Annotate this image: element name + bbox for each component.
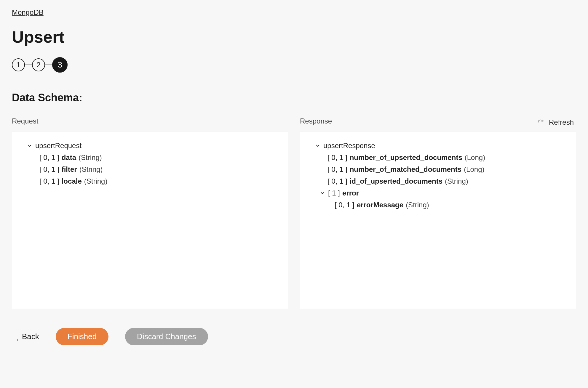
field-type: (Long) xyxy=(465,153,485,162)
cardinality: [ 0, 1 ] xyxy=(327,177,347,185)
request-label: Request xyxy=(12,117,288,125)
field-name: id_of_upserted_documents xyxy=(350,177,442,185)
field-type: (String) xyxy=(79,153,102,162)
back-button[interactable]: Back xyxy=(12,332,39,341)
footer-actions: Back Finished Discard Changes xyxy=(12,328,576,345)
finished-button[interactable]: Finished xyxy=(56,328,108,345)
tree-leaf: [ 0, 1 ] data (String) xyxy=(39,152,274,163)
tree-node-root[interactable]: upsertResponse xyxy=(314,140,562,152)
tree-node-label: upsertRequest xyxy=(35,142,82,150)
cardinality: [ 0, 1 ] xyxy=(39,165,59,174)
field-name: locale xyxy=(62,177,82,185)
breadcrumb-link[interactable]: MongoDB xyxy=(12,8,44,17)
tree-leaf: [ 0, 1 ] number_of_matched_documents (Lo… xyxy=(327,163,562,175)
tree-children: [ 0, 1 ] data (String) [ 0, 1 ] filter (… xyxy=(39,152,274,187)
field-type: (String) xyxy=(79,165,103,174)
tree-leaf: [ 0, 1 ] locale (String) xyxy=(39,175,274,187)
step-2[interactable]: 2 xyxy=(32,58,45,71)
response-label: Response xyxy=(300,117,576,125)
back-label: Back xyxy=(22,332,39,341)
tree-leaf: [ 0, 1 ] number_of_upserted_documents (L… xyxy=(327,152,562,163)
page-title: Upsert xyxy=(12,27,576,47)
section-title: Data Schema: xyxy=(12,92,576,104)
stepper: 1 2 3 xyxy=(12,57,576,73)
tree-node-label: upsertResponse xyxy=(323,142,375,150)
cardinality: [ 0, 1 ] xyxy=(335,201,354,209)
cardinality: [ 0, 1 ] xyxy=(39,153,59,162)
field-name: data xyxy=(62,153,76,162)
tree-node-error[interactable]: [ 1 ] error xyxy=(319,187,562,199)
step-1[interactable]: 1 xyxy=(12,58,25,71)
chevron-down-icon xyxy=(319,190,326,196)
tree-leaf: [ 0, 1 ] errorMessage (String) xyxy=(335,199,562,211)
field-type: (String) xyxy=(84,177,108,185)
field-type: (String) xyxy=(445,177,468,185)
request-column: Request upsertRequest [ 0, 1 ] data (Str… xyxy=(12,129,288,309)
request-panel: upsertRequest [ 0, 1 ] data (String) [ 0… xyxy=(12,131,288,309)
step-connector xyxy=(45,65,52,65)
field-type: (String) xyxy=(406,201,429,209)
tree-children: [ 0, 1 ] number_of_upserted_documents (L… xyxy=(327,152,562,211)
field-name: number_of_upserted_documents xyxy=(350,153,462,162)
tree-leaf: [ 0, 1 ] filter (String) xyxy=(39,163,274,175)
tree-node-root[interactable]: upsertRequest xyxy=(26,140,274,152)
schema-panels: Request upsertRequest [ 0, 1 ] data (Str… xyxy=(12,129,576,309)
step-3[interactable]: 3 xyxy=(52,57,68,73)
chevron-left-icon xyxy=(15,335,19,339)
chevron-down-icon xyxy=(314,142,321,149)
field-name: errorMessage xyxy=(357,201,403,209)
cardinality: [ 0, 1 ] xyxy=(327,153,347,162)
chevron-down-icon xyxy=(26,142,33,149)
field-name: filter xyxy=(62,165,77,174)
cardinality: [ 0, 1 ] xyxy=(327,165,347,174)
cardinality: [ 0, 1 ] xyxy=(39,177,59,185)
discard-button[interactable]: Discard Changes xyxy=(125,328,208,345)
step-connector xyxy=(25,65,32,65)
response-column: Response upsertResponse [ 0, 1 ] number_… xyxy=(300,129,576,309)
tree-children: [ 0, 1 ] errorMessage (String) xyxy=(335,199,562,211)
field-type: (Long) xyxy=(464,165,484,174)
response-panel: upsertResponse [ 0, 1 ] number_of_upsert… xyxy=(300,131,576,309)
field-name: error xyxy=(342,189,359,197)
tree-leaf: [ 0, 1 ] id_of_upserted_documents (Strin… xyxy=(327,175,562,187)
cardinality: [ 1 ] xyxy=(328,189,340,197)
field-name: number_of_matched_documents xyxy=(350,165,461,174)
